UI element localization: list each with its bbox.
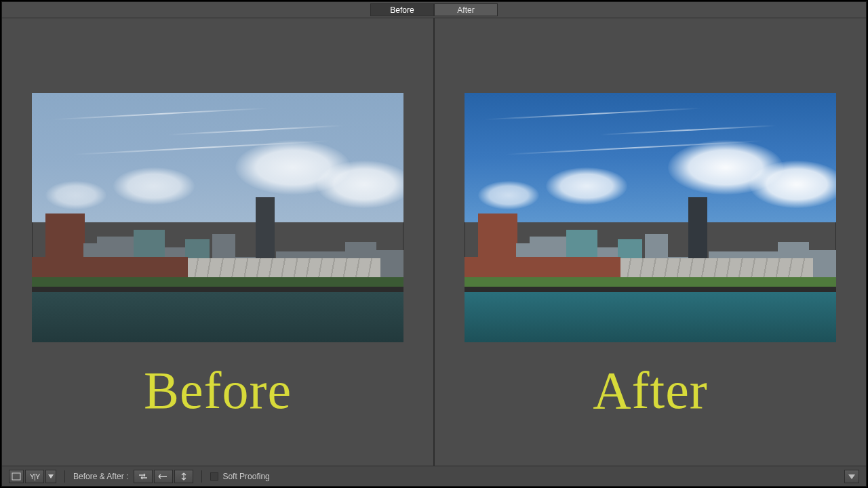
svg-rect-0 xyxy=(12,473,20,480)
tab-before[interactable]: Before xyxy=(370,3,434,16)
copy-before-to-after-button[interactable] xyxy=(154,470,173,483)
before-pane: Before xyxy=(2,18,435,466)
compare-tab-bar: Before After xyxy=(2,2,866,18)
after-overlay-label: After xyxy=(593,360,708,421)
soft-proofing-toggle[interactable]: Soft Proofing xyxy=(210,472,269,481)
compare-menu-button[interactable] xyxy=(45,470,56,483)
svg-marker-2 xyxy=(848,474,855,479)
before-image[interactable] xyxy=(32,93,403,342)
swap-before-after-button[interactable] xyxy=(174,470,193,483)
copy-after-to-before-button[interactable] xyxy=(134,470,153,483)
before-after-label: Before & After : xyxy=(73,472,128,481)
swap-group xyxy=(134,470,193,483)
separator xyxy=(64,470,65,483)
panel-expand-button[interactable] xyxy=(844,470,859,483)
svg-marker-1 xyxy=(48,474,54,479)
bottom-toolbar: Y|Y Before & After : Soft Proofing xyxy=(2,466,866,486)
soft-proofing-label: Soft Proofing xyxy=(222,472,269,481)
view-mode-group: Y|Y xyxy=(9,470,56,483)
after-image[interactable] xyxy=(465,93,836,342)
compare-yy-button[interactable]: Y|Y xyxy=(25,470,44,483)
before-overlay-label: Before xyxy=(144,360,292,421)
compare-area: Before xyxy=(2,18,866,466)
after-pane: After xyxy=(435,18,866,466)
tab-after[interactable]: After xyxy=(434,3,498,16)
loupe-view-button[interactable] xyxy=(9,470,24,483)
soft-proofing-checkbox[interactable] xyxy=(210,472,218,481)
app-frame: Before After xyxy=(1,1,867,487)
separator xyxy=(201,470,202,483)
